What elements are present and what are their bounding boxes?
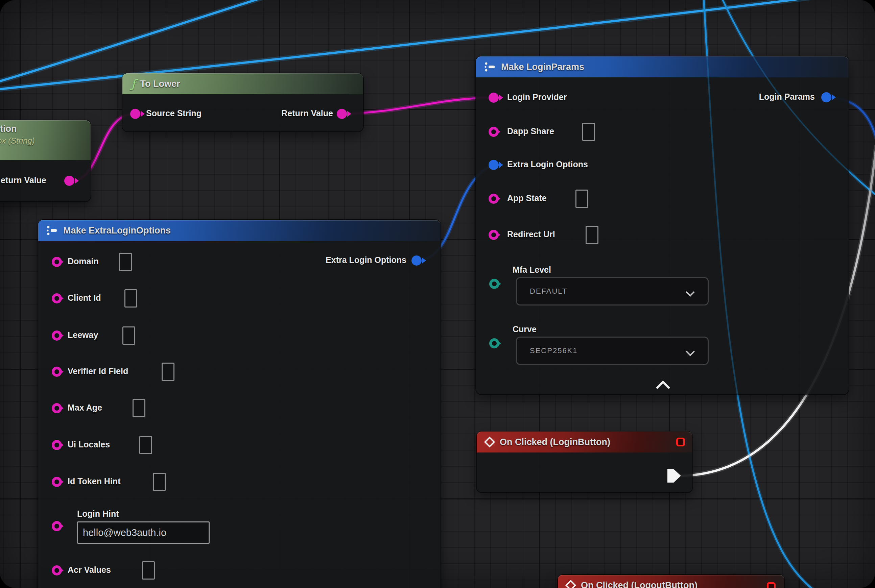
default-value-box[interactable] <box>122 327 135 345</box>
pin-label-login-params: Login Params <box>759 92 815 102</box>
pin-extra-input[interactable] <box>52 440 62 450</box>
pin-return-value-out[interactable] <box>64 176 74 186</box>
default-value-box[interactable] <box>139 436 152 454</box>
pin-label: Ui Locales <box>68 440 110 450</box>
screenshot-frame: tion ox (String) ƒ To Lower Make ExtraLo… <box>0 0 875 588</box>
pin-label-curve: Curve <box>513 324 537 334</box>
pin-label-extra-login-options: Extra Login Options <box>326 255 406 265</box>
pin-mfa-level[interactable] <box>489 279 499 289</box>
pin-label-mfa-level: Mfa Level <box>513 265 551 275</box>
pin-label: Id Token Hint <box>68 477 120 486</box>
default-value-box[interactable] <box>576 190 588 208</box>
collapse-node-chevron[interactable] <box>656 381 670 395</box>
pin-extra-input[interactable] <box>52 367 62 377</box>
pin-extra-login-options-out[interactable] <box>412 255 422 266</box>
pin-label-source-string: Source String <box>146 108 201 118</box>
pin-loginparams-input[interactable] <box>489 230 499 240</box>
pin-label: Leeway <box>68 330 98 340</box>
mfa-level-value: DEFAULT <box>530 287 567 296</box>
pin-label: Acr Values <box>68 565 111 575</box>
pin-loginparams-input[interactable] <box>489 93 499 103</box>
chevron-down-icon <box>686 288 695 297</box>
pin-extra-input[interactable] <box>52 403 62 413</box>
default-value-box[interactable] <box>153 473 166 491</box>
pin-extra-input[interactable] <box>52 330 62 340</box>
pin-loginparams-input[interactable] <box>489 194 499 204</box>
exec-output-pin[interactable] <box>668 469 681 483</box>
pin-source-string-in[interactable] <box>130 109 140 119</box>
pin-curve[interactable] <box>489 338 499 348</box>
pin-label-return-value: Return Value <box>281 108 333 118</box>
default-value-box[interactable] <box>162 363 174 381</box>
pin-extra-input[interactable] <box>52 257 62 267</box>
pin-label: Client Id <box>68 293 101 303</box>
pin-label: Max Age <box>68 403 102 412</box>
pin-extra-input[interactable] <box>52 477 62 487</box>
pin-extra-input[interactable] <box>52 293 62 303</box>
default-value-box[interactable] <box>582 123 595 141</box>
mfa-level-dropdown[interactable]: DEFAULT <box>516 277 709 306</box>
pins-layer: eturn ValueSource StringReturn ValueDoma… <box>0 0 875 588</box>
pin-loginparams-input[interactable] <box>489 160 499 170</box>
chevron-down-icon <box>686 347 695 356</box>
pin-label: Verifier Id Field <box>68 366 128 376</box>
default-value-box[interactable] <box>142 561 155 579</box>
pin-extra-input[interactable] <box>52 521 62 531</box>
login-hint-field[interactable]: hello@web3auth.io <box>77 521 210 544</box>
pin-label: App State <box>507 193 547 203</box>
default-value-box[interactable] <box>586 226 598 244</box>
pin-login-params-out[interactable] <box>821 92 831 102</box>
pin-label-login-hint: Login Hint <box>77 509 119 519</box>
pin-label: Redirect Url <box>507 230 555 239</box>
pin-extra-input[interactable] <box>52 566 62 576</box>
pin-label-return-value: eturn Value <box>1 176 46 185</box>
pin-loginparams-input[interactable] <box>489 127 499 137</box>
pin-return-value-out[interactable] <box>337 109 347 119</box>
default-value-box[interactable] <box>119 253 132 271</box>
default-value-box[interactable] <box>125 289 137 308</box>
pin-label: Domain <box>68 256 99 266</box>
curve-value: SECP256K1 <box>530 346 578 355</box>
default-value-box[interactable] <box>132 399 145 417</box>
pin-label: Dapp Share <box>507 126 554 136</box>
pin-label: Extra Login Options <box>507 159 588 169</box>
curve-dropdown[interactable]: SECP256K1 <box>516 337 709 365</box>
pin-label: Login Provider <box>507 92 567 102</box>
blueprint-graph-canvas[interactable]: tion ox (String) ƒ To Lower Make ExtraLo… <box>0 0 875 588</box>
